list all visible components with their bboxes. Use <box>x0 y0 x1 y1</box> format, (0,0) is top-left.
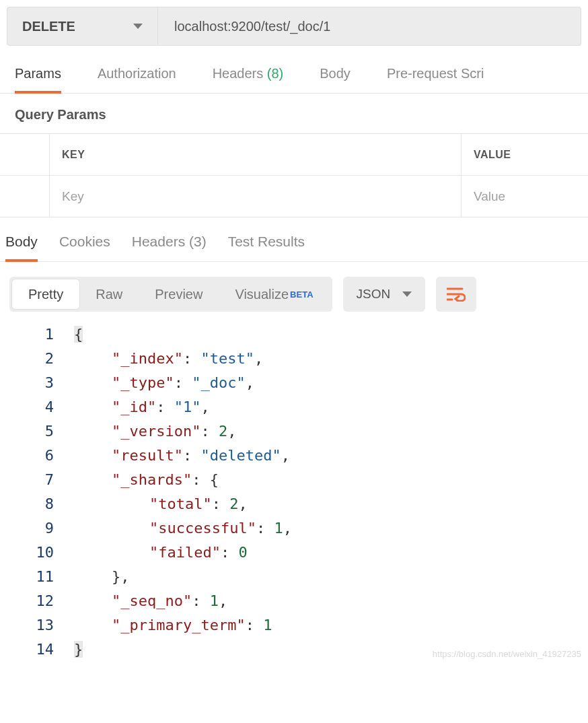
request-url-input[interactable]: localhost:9200/test/_doc/1 <box>158 7 581 46</box>
line-number: 13 <box>0 613 74 638</box>
line-number: 7 <box>0 468 74 492</box>
http-method-select[interactable]: DELETE <box>7 7 158 46</box>
line-number: 10 <box>0 541 74 565</box>
param-key-input[interactable]: Key <box>50 176 462 217</box>
query-params-table: KEY VALUE Key Value <box>0 133 588 217</box>
request-bar: DELETE localhost:9200/test/_doc/1 <box>0 0 588 46</box>
code-text: "_seq_no": 1, <box>74 589 227 613</box>
col-header-value: VALUE <box>462 134 588 175</box>
response-tabs: Body Cookies Headers (3) Test Results <box>0 217 588 262</box>
code-text: "_shards": { <box>74 468 219 492</box>
tab-body[interactable]: Body <box>320 66 351 93</box>
line-number: 2 <box>0 347 74 371</box>
line-number: 12 <box>0 589 74 613</box>
tab-headers-count: (8) <box>267 66 283 81</box>
request-tabs: Params Authorization Headers (8) Body Pr… <box>0 46 588 94</box>
wrap-icon <box>447 287 466 302</box>
watermark-text: https://blog.csdn.net/weixin_41927235 <box>433 649 581 659</box>
tab-authorization[interactable]: Authorization <box>98 66 176 93</box>
code-text: "_primary_term": 1 <box>74 613 272 638</box>
col-header-key: KEY <box>50 134 462 175</box>
resp-tab-body[interactable]: Body <box>5 234 38 262</box>
code-text: } <box>74 638 83 662</box>
response-body-editor[interactable]: 1{ 2"_index": "test", 3"_type": "_doc", … <box>0 320 588 662</box>
wrap-lines-button[interactable] <box>436 277 476 312</box>
resp-tab-headers[interactable]: Headers (3) <box>132 234 207 261</box>
row-gutter <box>0 134 50 175</box>
line-number: 6 <box>0 444 74 468</box>
line-number: 4 <box>0 395 74 419</box>
resp-tab-headers-count: (3) <box>189 234 207 249</box>
view-preview[interactable]: Preview <box>139 279 219 309</box>
code-text: "total": 2, <box>74 492 248 516</box>
code-text: { <box>74 322 83 347</box>
code-text: "_version": 2, <box>74 419 236 444</box>
code-text: "_index": "test", <box>74 347 263 371</box>
tab-headers[interactable]: Headers (8) <box>213 66 284 93</box>
request-url-text: localhost:9200/test/_doc/1 <box>174 19 330 34</box>
query-params-title: Query Params <box>0 94 588 133</box>
line-number: 14 <box>0 638 74 662</box>
view-raw[interactable]: Raw <box>79 279 139 309</box>
format-select[interactable]: JSON <box>343 277 426 312</box>
line-number: 9 <box>0 516 74 541</box>
response-view-bar: Pretty Raw Preview Visualize BETA JSON <box>0 262 588 320</box>
line-number: 5 <box>0 419 74 444</box>
resp-tab-cookies[interactable]: Cookies <box>59 234 110 261</box>
view-visualize-label: Visualize <box>235 287 289 302</box>
resp-tab-headers-label: Headers <box>132 234 185 249</box>
code-text: "_type": "_doc", <box>74 371 254 395</box>
row-gutter <box>0 176 50 217</box>
table-header-row: KEY VALUE <box>0 134 588 176</box>
line-number: 8 <box>0 492 74 516</box>
chevron-down-icon <box>402 291 412 297</box>
tab-headers-label: Headers <box>213 66 264 81</box>
resp-tab-tests[interactable]: Test Results <box>228 234 305 261</box>
view-visualize[interactable]: Visualize BETA <box>219 279 329 309</box>
code-text: "result": "deleted", <box>74 444 290 468</box>
format-label: JSON <box>357 287 391 302</box>
view-pretty[interactable]: Pretty <box>12 279 79 309</box>
line-number: 11 <box>0 565 74 589</box>
tab-prerequest[interactable]: Pre-request Scri <box>387 66 484 93</box>
code-text: "failed": 0 <box>74 541 248 565</box>
view-mode-group: Pretty Raw Preview Visualize BETA <box>9 277 332 312</box>
code-text: "_id": "1", <box>74 395 210 419</box>
line-number: 3 <box>0 371 74 395</box>
chevron-down-icon <box>133 24 143 29</box>
code-text: "successful": 1, <box>74 516 292 541</box>
table-row: Key Value <box>0 176 588 217</box>
beta-badge: BETA <box>290 289 313 300</box>
line-number: 1 <box>0 322 74 347</box>
param-value-input[interactable]: Value <box>462 176 588 217</box>
tab-params[interactable]: Params <box>15 66 61 94</box>
http-method-label: DELETE <box>22 19 75 34</box>
code-text: }, <box>74 565 130 589</box>
